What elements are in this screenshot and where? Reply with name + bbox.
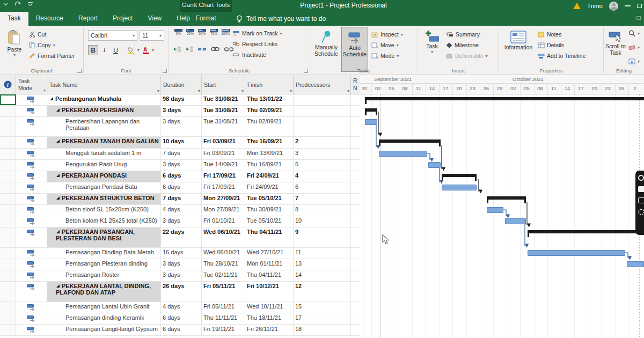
finish-cell[interactable]: Tue 05/10/21 xyxy=(245,194,294,204)
start-cell[interactable]: Fri 03/09/21 xyxy=(202,137,245,148)
task-mode-cell[interactable] xyxy=(16,216,47,227)
finish-cell[interactable]: Thu 30/09/21 xyxy=(245,205,294,216)
table-row[interactable]: Beton kolom K1 25x25 total (K250)3 daysF… xyxy=(0,216,360,227)
task-mode-cell[interactable] xyxy=(16,182,47,193)
predecessors-cell[interactable] xyxy=(294,117,351,136)
collapse-triangle-icon[interactable] xyxy=(56,173,60,178)
font-family-select[interactable]: Calibri▾ xyxy=(88,30,137,41)
table-row[interactable]: Pengurukan Pasir Urug3 daysTue 14/09/21T… xyxy=(0,160,360,171)
underline-button[interactable]: U xyxy=(111,45,121,55)
task-name-cell[interactable]: Pembangunan Mushala xyxy=(47,94,161,105)
start-cell[interactable]: Mon 27/09/21 xyxy=(202,194,245,204)
start-cell[interactable]: Fri 03/09/21 xyxy=(202,149,245,159)
collapse-triangle-icon[interactable] xyxy=(49,97,54,101)
bold-button[interactable]: B xyxy=(88,45,98,55)
outdent-task-button[interactable] xyxy=(173,46,181,52)
task-name-cell[interactable]: PEKERJAAN PERSIAPAN xyxy=(47,106,161,116)
tab-resource[interactable]: Resource xyxy=(28,12,71,26)
insert-summary-button[interactable]: Summary xyxy=(446,29,488,40)
schedule-dialog-launcher[interactable] xyxy=(304,69,308,73)
finish-cell[interactable]: Mon 01/11/21 xyxy=(245,259,294,270)
table-row[interactable]: PEKERJAAN STRUKTUR BETON7 daysMon 27/09/… xyxy=(0,194,360,205)
duration-cell[interactable]: 16 days xyxy=(161,248,202,259)
start-cell[interactable]: Fri 17/09/21 xyxy=(202,182,245,193)
resource-cell[interactable] xyxy=(351,227,360,247)
respect-links-button[interactable]: Respect Links xyxy=(232,39,282,49)
recorder-settings-icon[interactable] xyxy=(638,209,644,215)
clipboard-dialog-launcher[interactable] xyxy=(77,69,82,73)
row-header-cell[interactable] xyxy=(0,171,16,182)
predecessors-cell[interactable] xyxy=(294,94,351,105)
task-name-cell[interactable]: Pembersihan Lapangan dan Perataan xyxy=(47,117,161,136)
details-button[interactable]: Details xyxy=(538,40,586,50)
finish-cell[interactable]: Fri 26/11/21 xyxy=(245,325,294,335)
filter-icon[interactable]: ▾ xyxy=(198,89,200,93)
tell-me-box[interactable]: Tell me what you want to do xyxy=(236,12,326,26)
resource-cell[interactable] xyxy=(351,313,360,324)
recorder-camera-icon[interactable] xyxy=(638,175,644,181)
split-task-button[interactable] xyxy=(198,47,206,52)
start-cell[interactable]: Wed 06/10/21 xyxy=(202,227,245,247)
recorder-stop-icon[interactable] xyxy=(638,186,644,192)
collapse-triangle-icon[interactable] xyxy=(56,108,60,112)
row-header-cell[interactable] xyxy=(0,106,16,116)
start-cell[interactable]: Mon 27/09/21 xyxy=(202,205,245,216)
start-cell[interactable]: Fri 01/10/21 xyxy=(202,216,245,227)
predecessors-cell[interactable]: 5 xyxy=(294,160,351,171)
resource-cell[interactable] xyxy=(351,282,360,302)
account-warning-icon[interactable] xyxy=(573,3,581,9)
start-cell[interactable]: Thu 11/11/21 xyxy=(202,313,245,324)
predecessors-cell[interactable]: 14 xyxy=(294,270,351,281)
tab-report[interactable]: Report xyxy=(71,12,105,26)
resource-cell[interactable] xyxy=(351,171,360,182)
background-color-dropdown[interactable]: ▾ xyxy=(137,48,140,53)
row-header-cell[interactable] xyxy=(0,160,16,171)
predecessors-cell[interactable]: 3 xyxy=(294,149,351,159)
row-header-cell[interactable] xyxy=(0,313,16,324)
table-row[interactable]: Pemasangan Langit-langit Gypsum6 daysFri… xyxy=(0,325,360,336)
task-name-cell[interactable]: Pemasangan Lantai Ubin Granit xyxy=(47,302,161,313)
task-mode-cell[interactable] xyxy=(16,117,47,136)
task-name-cell[interactable]: Pemasangan Langit-langit Gypsum xyxy=(47,325,161,335)
table-row[interactable]: PEKERJAAN PASANGAN, PLESTERAN DAN BESI22… xyxy=(0,227,360,248)
resource-cell[interactable] xyxy=(351,117,360,136)
finish-cell[interactable]: Thu 16/09/21 xyxy=(245,160,294,171)
column-header-finish[interactable]: Finish▾ xyxy=(245,75,294,94)
tab-view[interactable]: View xyxy=(140,12,169,26)
task-name-cell[interactable]: Beton sloof SL 15x20cm (K250) xyxy=(47,205,161,216)
duration-cell[interactable]: 3 days xyxy=(161,270,202,281)
information-button[interactable]: Information xyxy=(501,27,536,50)
duration-cell[interactable]: 7 days xyxy=(161,194,202,204)
percent-complete-100-button[interactable]: 100% xyxy=(221,29,231,35)
task-mode-cell[interactable] xyxy=(16,160,47,171)
duration-cell[interactable]: 26 days xyxy=(161,282,202,302)
task-mode-cell[interactable] xyxy=(16,205,47,216)
table-row[interactable]: Menggali tanah sedalam 1 m7 daysFri 03/0… xyxy=(0,149,360,160)
start-cell[interactable]: Tue 02/11/21 xyxy=(202,270,245,281)
task-name-cell[interactable]: Pemasangan Plesteran dinding xyxy=(47,259,161,270)
row-header-cell[interactable] xyxy=(0,216,16,227)
task-mode-cell[interactable] xyxy=(16,282,47,302)
indent-task-button[interactable] xyxy=(186,46,193,52)
task-name-cell[interactable]: Pemasangan Dinding Bata Merah xyxy=(47,248,161,259)
task-mode-cell[interactable] xyxy=(16,248,47,259)
task-name-cell[interactable]: Pemasangan Roster xyxy=(47,270,161,281)
font-color-button[interactable]: A xyxy=(141,45,151,55)
finish-cell[interactable]: Thu 16/09/21 xyxy=(245,137,294,148)
column-header-duration[interactable]: Duration▾ xyxy=(161,75,202,94)
filter-icon[interactable]: ▾ xyxy=(43,88,46,93)
finish-cell[interactable]: Thu 02/09/21 xyxy=(245,106,294,116)
row-header-cell[interactable] xyxy=(0,194,16,204)
move-button[interactable]: Move▾ xyxy=(371,40,403,50)
undo-menu-icon[interactable] xyxy=(3,3,8,6)
duration-cell[interactable]: 6 days xyxy=(161,325,202,335)
table-row[interactable]: Pemasangan Pondasi Batu6 daysFri 17/09/2… xyxy=(0,182,360,194)
row-header-cell[interactable] xyxy=(0,117,16,136)
predecessors-cell[interactable]: 15 xyxy=(294,302,351,313)
resource-cell[interactable] xyxy=(351,94,360,105)
user-avatar[interactable] xyxy=(609,2,618,11)
duration-cell[interactable]: 98 days xyxy=(161,94,202,105)
finish-cell[interactable]: Wed 10/11/21 xyxy=(245,302,294,313)
table-row[interactable]: Pembangunan Mushala98 daysTue 31/08/21Th… xyxy=(0,94,360,106)
duration-cell[interactable]: 3 days xyxy=(161,160,202,171)
